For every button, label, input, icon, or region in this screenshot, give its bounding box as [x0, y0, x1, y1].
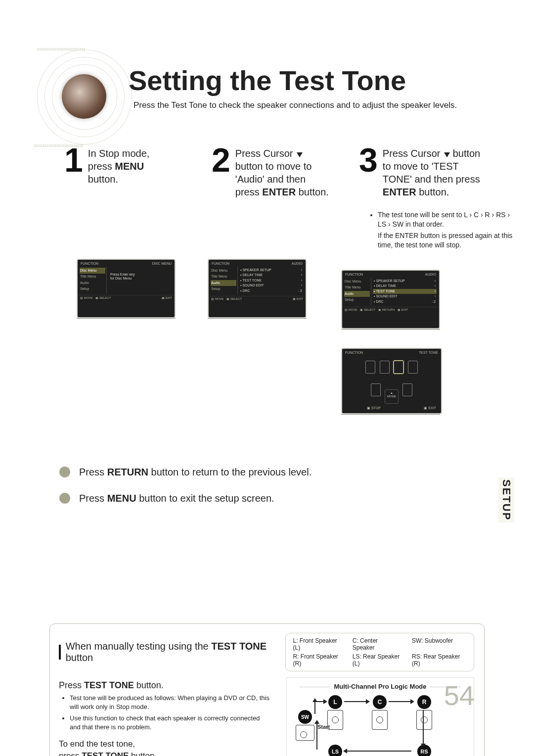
- spk-ls-icon: [371, 383, 381, 396]
- step-3: 3 Press Cursor button to move to 'TEST T…: [359, 145, 490, 198]
- osd-side-setup: Setup: [344, 297, 370, 303]
- legend-sw: SW: Subwoofer: [412, 637, 467, 651]
- spk-c-icon: [380, 361, 390, 374]
- manual-testing-panel: When manually testing using the TEST TON…: [49, 623, 485, 756]
- osd-move: MOVE: [84, 296, 93, 299]
- spk-l-icon: [365, 361, 375, 374]
- osd-side-title-menu: Title Menu: [80, 274, 105, 280]
- manual-title: When manually testing using the TEST TON…: [59, 641, 275, 663]
- legend-ls: LS: Rear Speaker (L): [353, 653, 401, 667]
- manual-end-line-post: button.: [129, 751, 157, 756]
- step-3-notes: The test tone will be sent to L › C › R …: [371, 210, 519, 250]
- badge-r: R: [417, 695, 431, 709]
- osd4-stop: STOP: [371, 406, 381, 410]
- manual-bullet-1: Test tone will be produced as follows: W…: [70, 694, 271, 711]
- legend-rs: RS: Rear Speaker (R): [412, 653, 467, 667]
- diagram-title: Multi-Channel Pro Logic Mode: [293, 683, 468, 690]
- step-2-line3: 'Audio' and then: [235, 174, 306, 185]
- osd-exit: EXIT: [166, 296, 172, 299]
- osd-side-audio: Audio: [80, 280, 105, 286]
- osd1-header: DISC MENU: [152, 262, 172, 266]
- manual-end-line-b: TEST TONE: [82, 751, 129, 756]
- osd-side-title-menu: Title Menu: [211, 274, 236, 280]
- badge-sw: SW: [298, 710, 312, 724]
- page-title: Setting the Test Tone: [129, 64, 490, 96]
- speaker-icon: [416, 710, 432, 730]
- osd4-header: TEST TONE: [419, 351, 438, 354]
- speaker-decoration: 0101010101010101010101011 10101010101010…: [37, 49, 131, 143]
- step-3-line2: to move to 'TEST: [383, 161, 459, 172]
- osd-move: MOVE: [349, 308, 357, 311]
- osd-side-disc-menu: Disc Menu: [344, 279, 370, 284]
- step-2-number: 2: [212, 145, 230, 175]
- osd3-header: AUDIO: [425, 273, 436, 277]
- step-2-line2: button to move to: [235, 161, 312, 172]
- osd3-drc-val: : 2: [432, 300, 436, 304]
- osd3-speaker-setup: SPEAKER SETUP: [376, 279, 404, 283]
- page-subtitle: Press the Test Tone to check the speaker…: [134, 100, 490, 110]
- osd-test-tone-layout: FUNCTION TEST TONE ▲MODE ▣ STOP ▣ EXIT: [341, 348, 440, 414]
- osd2-header: AUDIO: [292, 262, 303, 266]
- step-2-line4-b: ENTER: [262, 187, 296, 197]
- manual-title-pre: When manually testing using the: [66, 641, 212, 652]
- osd2-speaker-setup: SPEAKER SETUP: [242, 268, 271, 272]
- step-2: 2 Press Cursor button to move to 'Audio'…: [212, 145, 342, 198]
- manual-press-pre: Press: [59, 680, 84, 690]
- osd-side-title-menu: Title Menu: [344, 284, 370, 290]
- arrow-icon: [344, 701, 367, 702]
- manual-bullet-2: Use this function to check that each spe…: [70, 714, 271, 731]
- press-return-pre: Press: [79, 467, 107, 477]
- osd-side-disc-menu: Disc Menu: [80, 268, 105, 274]
- osd1-msg1: Press Enter key: [110, 273, 170, 277]
- manual-press-post: button.: [134, 680, 164, 690]
- osd-function-label: FUNCTION: [345, 351, 363, 354]
- setup-side-tab: SETUP: [498, 477, 514, 522]
- step-1-line2-pre: press: [88, 161, 115, 172]
- start-label: Start: [317, 724, 330, 730]
- step-1-line2-b: MENU: [115, 161, 144, 172]
- badge-l: L: [328, 695, 342, 709]
- osd-select: SELECT: [364, 308, 375, 311]
- manual-title-post: button: [66, 652, 93, 663]
- cursor-down-icon: [296, 148, 303, 159]
- osd2-sound-edit: SOUND EDIT: [242, 284, 264, 287]
- osd-exit: EXIT: [401, 308, 408, 311]
- press-return-b: RETURN: [107, 467, 148, 477]
- osd-function-label: FUNCTION: [212, 262, 229, 266]
- step-3-line4-post: button.: [416, 187, 449, 197]
- step-1-line1: In Stop mode,: [88, 148, 150, 159]
- press-menu-line: Press MENU button to exit the setup scre…: [59, 493, 490, 504]
- step-3-number: 3: [359, 145, 378, 175]
- osd-side-audio: Audio: [344, 291, 370, 297]
- step-1: 1 In Stop mode, press MENU button.: [64, 145, 195, 186]
- speaker-icon: [372, 710, 388, 730]
- speaker-legend: L: Front Speaker (L) C: Center Speaker S…: [285, 633, 474, 671]
- subwoofer-icon: [296, 725, 314, 741]
- step-1-line3: button.: [88, 174, 118, 185]
- osd-audio-menu: FUNCTION AUDIO Disc Menu Title Menu Audi…: [208, 259, 307, 318]
- step-3-note-1: The test tone will be sent to L › C › R …: [378, 210, 519, 229]
- title-bar-icon: [59, 645, 61, 660]
- osd4-exit: EXIT: [428, 406, 436, 410]
- manual-end-line-pre: press: [59, 751, 82, 756]
- page-number: 54: [444, 679, 475, 711]
- osd-side-setup: Setup: [211, 286, 236, 292]
- osd2-drc-label: DRC: [242, 289, 250, 292]
- legend-c: C: Center Speaker: [353, 637, 401, 651]
- osd1-msg2: for Disc Menu: [110, 277, 170, 281]
- cursor-down-icon: [443, 148, 450, 159]
- osd2-delay-time: DELAY TIME: [242, 273, 263, 277]
- press-menu-b: MENU: [107, 493, 136, 504]
- press-menu-pre: Press: [79, 493, 107, 504]
- arrow-icon: [316, 723, 317, 750]
- legend-l: L: Front Speaker (L): [293, 637, 341, 651]
- spk-sw-icon: [394, 361, 403, 374]
- spk-rs-icon: [402, 383, 412, 396]
- osd-side-setup: Setup: [80, 286, 105, 292]
- step-2-line4-post: button.: [296, 187, 329, 197]
- step-3-note-2: If the ENTER button is pressed again at …: [371, 231, 519, 250]
- step-3-line1-post: button: [450, 148, 480, 159]
- spk-mode-icon: ▲MODE: [385, 389, 399, 404]
- arrow-icon: [389, 701, 411, 702]
- step-3-line1-pre: Press Cursor: [383, 148, 443, 159]
